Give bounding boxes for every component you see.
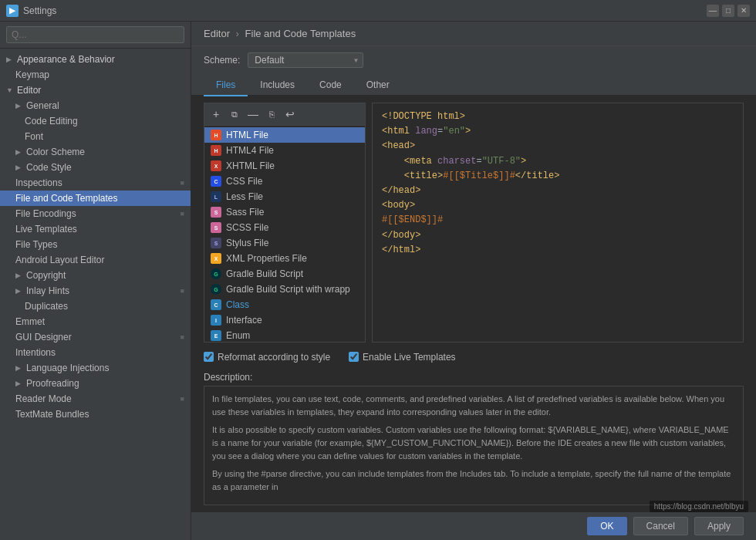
file-name-enum: Enum — [226, 330, 250, 341]
sidebar-item-appearance[interactable]: ▶ Appearance & Behavior — [0, 52, 191, 67]
sidebar-item-proofreading[interactable]: ▶ Proofreading — [0, 376, 191, 391]
sidebar-item-reader-mode[interactable]: Reader Mode ■ — [0, 391, 191, 407]
file-list: HHTML FileHHTML4 FileXXHTML FileCCSS Fil… — [204, 126, 365, 342]
scheme-select-wrapper: Default Project — [248, 52, 363, 68]
sidebar-label: File Types — [15, 239, 57, 250]
file-list-item-gradlew[interactable]: GGradle Build Script with wrapp — [204, 282, 365, 297]
sidebar-label: Duplicates — [25, 301, 68, 312]
file-list-item-gradle[interactable]: GGradle Build Script — [204, 266, 365, 282]
sidebar-label: TextMate Bundles — [15, 409, 89, 420]
live-templates-label: Enable Live Templates — [363, 352, 456, 363]
window-controls: — □ ✕ — [707, 5, 750, 17]
file-icon-html4: H — [211, 145, 221, 156]
sidebar-item-font[interactable]: Font — [0, 129, 191, 144]
tab-code[interactable]: Code — [307, 75, 354, 96]
sidebar-item-inspections[interactable]: Inspections ■ — [0, 175, 191, 191]
sidebar-label: Copyright — [26, 270, 66, 281]
file-icon-sass: S — [211, 207, 221, 218]
code-line: </html> — [382, 243, 734, 258]
live-templates-checkbox-label[interactable]: Enable Live Templates — [349, 352, 456, 363]
ok-button[interactable]: OK — [587, 517, 626, 535]
copy-button[interactable]: ⧉ — [226, 106, 243, 123]
sidebar-item-language-injections[interactable]: ▶ Language Injections — [0, 360, 191, 376]
tab-files[interactable]: Files — [204, 75, 248, 96]
live-templates-checkbox[interactable] — [349, 352, 359, 362]
cancel-button[interactable]: Cancel — [633, 517, 688, 535]
sidebar-item-copyright[interactable]: ▶ Copyright — [0, 268, 191, 283]
breadcrumb-separator: › — [236, 28, 239, 39]
file-list-item-scss[interactable]: SSCSS File — [204, 220, 365, 235]
arrow-icon: ▶ — [15, 364, 23, 372]
file-icon-css: C — [211, 176, 221, 187]
file-list-item-xml[interactable]: XXML Properties File — [204, 251, 365, 266]
sidebar-item-file-code-templates[interactable]: File and Code Templates — [0, 191, 191, 206]
sidebar-item-live-templates[interactable]: Live Templates — [0, 221, 191, 237]
sidebar-item-duplicates[interactable]: Duplicates — [0, 299, 191, 314]
right-panel: Editor › File and Code Templates Scheme:… — [191, 22, 756, 540]
split-area: + ⧉ — ⎘ ↩ HHTML FileHHTML4 FileXXHTML Fi… — [204, 103, 744, 343]
file-list-item-enum[interactable]: EEnum — [204, 328, 365, 342]
sidebar-label: Color Scheme — [26, 147, 85, 157]
file-list-item-class[interactable]: CClass — [204, 297, 365, 312]
file-list-item-xhtml[interactable]: XXHTML File — [204, 158, 365, 174]
sidebar-item-color-scheme[interactable]: ▶ Color Scheme — [0, 144, 191, 160]
file-icon-class: C — [211, 299, 221, 310]
sidebar-item-editor[interactable]: ▼ Editor — [0, 83, 191, 98]
file-icon-xml: X — [211, 253, 221, 264]
code-line: <meta charset="UTF-8"> — [382, 154, 734, 169]
arrow-icon: ▶ — [15, 380, 23, 387]
code-line: <body> — [382, 198, 734, 213]
close-button[interactable]: ✕ — [737, 5, 750, 17]
description-section: In file templates, you can use text, cod… — [204, 386, 744, 505]
sidebar-item-intentions[interactable]: Intentions — [0, 345, 191, 360]
arrow-icon: ▶ — [6, 56, 14, 63]
scheme-row: Scheme: Default Project — [191, 46, 756, 75]
sidebar-item-keymap[interactable]: Keymap — [0, 67, 191, 83]
arrow-icon: ▶ — [15, 287, 23, 295]
remove-button[interactable]: — — [245, 106, 262, 123]
file-list-item-sass[interactable]: SSass File — [204, 204, 365, 220]
sidebar-label: Appearance & Behavior — [17, 54, 115, 65]
sidebar-label: Inlay Hints — [26, 285, 69, 296]
file-list-item-html[interactable]: HHTML File — [204, 127, 365, 143]
reformat-checkbox[interactable] — [204, 352, 214, 362]
minimize-button[interactable]: — — [707, 5, 719, 17]
arrow-icon: ▶ — [15, 164, 23, 171]
reformat-label: Reformat according to style — [218, 352, 330, 363]
sidebar-item-file-encodings[interactable]: File Encodings ■ — [0, 206, 191, 221]
sidebar-item-inlay-hints[interactable]: ▶ Inlay Hints ■ — [0, 283, 191, 299]
sidebar-label: Intentions — [15, 347, 56, 358]
sidebar-item-general[interactable]: ▶ General — [0, 98, 191, 113]
code-editor[interactable]: <!DOCTYPE html><html lang="en"><head> <m… — [372, 103, 744, 343]
reformat-checkbox-label[interactable]: Reformat according to style — [204, 352, 330, 363]
tab-other[interactable]: Other — [354, 75, 402, 96]
maximize-button[interactable]: □ — [722, 5, 734, 17]
sidebar-item-android-layout[interactable]: Android Layout Editor — [0, 252, 191, 268]
sidebar-item-emmet[interactable]: Emmet — [0, 314, 191, 329]
description-title: Description: — [204, 372, 744, 383]
add-button[interactable]: + — [208, 106, 224, 123]
code-line: #[[$END$]]# — [382, 213, 734, 228]
file-list-item-less[interactable]: LLess File — [204, 189, 365, 204]
sidebar-label: File Encodings — [15, 208, 76, 219]
scheme-select[interactable]: Default Project — [248, 52, 363, 68]
sidebar-item-code-editing[interactable]: Code Editing — [0, 113, 191, 129]
sidebar-item-gui-designer[interactable]: GUI Designer ■ — [0, 329, 191, 345]
sidebar-item-code-style[interactable]: ▶ Code Style — [0, 160, 191, 175]
code-line: <html lang="en"> — [382, 124, 734, 139]
file-icon-enum: E — [211, 330, 221, 341]
file-name-gradlew: Gradle Build Script with wrapp — [226, 284, 350, 295]
reset-button[interactable]: ↩ — [282, 106, 299, 123]
file-list-item-html4[interactable]: HHTML4 File — [204, 143, 365, 158]
sidebar-item-file-types[interactable]: File Types — [0, 237, 191, 252]
search-input[interactable] — [6, 26, 184, 43]
file-list-item-interface[interactable]: IInterface — [204, 312, 365, 328]
file-name-sass: Sass File — [226, 207, 264, 218]
file-list-item-css[interactable]: CCSS File — [204, 174, 365, 189]
file-list-item-stylus[interactable]: SStylus File — [204, 235, 365, 251]
sidebar-item-textmate[interactable]: TextMate Bundles — [0, 407, 191, 422]
sidebar-label: Code Editing — [25, 116, 78, 127]
duplicate-button[interactable]: ⎘ — [263, 106, 280, 123]
apply-button[interactable]: Apply — [694, 517, 744, 535]
tab-includes[interactable]: Includes — [248, 75, 307, 96]
